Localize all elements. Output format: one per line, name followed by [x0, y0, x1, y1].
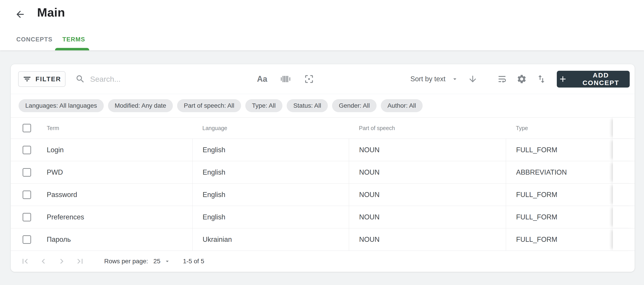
import-export-icon[interactable] — [536, 74, 546, 84]
filter-button-label: FILTER — [36, 76, 61, 83]
page-title: Main — [37, 5, 65, 19]
language-cell: English — [202, 146, 226, 154]
prev-page-icon[interactable] — [38, 256, 48, 266]
sticky-column-cell — [613, 228, 634, 250]
filter-chip-author[interactable]: Author: All — [381, 99, 423, 112]
row-checkbox[interactable] — [22, 190, 31, 199]
add-concept-button[interactable]: ADD CONCEPT — [557, 71, 630, 88]
app-header: Main CONCEPTS TERMS — [0, 0, 644, 50]
term-cell: PWD — [47, 168, 63, 176]
sort-caret-icon — [451, 76, 458, 83]
row-checkbox[interactable] — [22, 168, 31, 177]
table-row[interactable]: Пароль Ukrainian NOUN FULL_FORM — [11, 228, 634, 251]
table-row[interactable]: Login English NOUN FULL_FORM — [11, 139, 634, 161]
filter-button[interactable]: FILTER — [18, 71, 66, 87]
sort-select[interactable]: Sort by text — [410, 75, 458, 83]
barcode-icon[interactable] — [280, 74, 291, 84]
part-of-speech-cell: NOUN — [359, 213, 380, 221]
add-concept-label: ADD CONCEPT — [573, 71, 628, 87]
match-case-icon[interactable]: Aa — [257, 74, 267, 84]
back-button[interactable] — [14, 8, 26, 21]
term-cell: Пароль — [47, 235, 71, 243]
last-page-icon[interactable] — [75, 256, 85, 266]
filter-chip-status[interactable]: Status: All — [287, 99, 328, 112]
toolbar: FILTER Aa Sort — [11, 64, 634, 94]
sort-direction-icon[interactable] — [468, 74, 478, 84]
table-row[interactable]: PWD English NOUN ABBREVIATION — [11, 161, 634, 184]
plus-icon — [558, 74, 568, 84]
terms-card: FILTER Aa Sort — [11, 64, 634, 272]
row-checkbox[interactable] — [22, 235, 31, 244]
search-icon — [75, 74, 85, 84]
table-header-row: Term Language Part of speech Type — [11, 118, 634, 139]
active-tab-underline — [55, 48, 89, 50]
select-all-checkbox[interactable] — [22, 124, 31, 132]
column-header-term: Term — [47, 125, 59, 131]
search-field — [75, 74, 257, 84]
table-row[interactable]: Preferences English NOUN FULL_FORM — [11, 206, 634, 228]
language-cell: English — [202, 168, 226, 176]
term-cell: Preferences — [47, 213, 84, 221]
settings-gear-icon[interactable] — [516, 74, 527, 84]
column-header-part-of-speech: Part of speech — [359, 125, 395, 131]
part-of-speech-cell: NOUN — [359, 235, 380, 243]
row-checkbox[interactable] — [22, 146, 31, 154]
type-cell: FULL_FORM — [516, 213, 557, 221]
tab-terms[interactable]: TERMS — [62, 36, 85, 43]
rows-per-page-select[interactable]: 25 — [154, 258, 170, 265]
back-arrow-icon — [15, 9, 26, 20]
sticky-column-cell — [613, 161, 634, 183]
column-header-type: Type — [516, 125, 528, 131]
rows-per-page-value: 25 — [154, 258, 160, 265]
filter-chip-languages[interactable]: Languages: All languages — [18, 99, 104, 112]
filter-chip-modified[interactable]: Modified: Any date — [108, 99, 173, 112]
rows-per-page-caret-icon — [164, 258, 170, 265]
part-of-speech-cell: NOUN — [359, 168, 380, 176]
table-row[interactable]: Password English NOUN FULL_FORM — [11, 184, 634, 206]
next-page-icon[interactable] — [57, 256, 67, 266]
sticky-column-cell — [613, 206, 634, 228]
type-cell: FULL_FORM — [516, 235, 557, 243]
term-cell: Login — [47, 146, 64, 154]
term-cell: Password — [47, 191, 77, 199]
search-input[interactable] — [90, 75, 257, 84]
filter-chip-type[interactable]: Type: All — [245, 99, 282, 112]
tab-concepts[interactable]: CONCEPTS — [16, 36, 52, 43]
pagination-bar: Rows per page: 25 1-5 of 5 — [11, 251, 634, 272]
type-cell: ABBREVIATION — [516, 168, 567, 176]
filter-list-icon — [22, 75, 32, 84]
sticky-column-cell — [613, 184, 634, 206]
row-checkbox[interactable] — [22, 213, 31, 221]
column-header-language: Language — [202, 125, 227, 131]
part-of-speech-cell: NOUN — [359, 191, 380, 199]
type-cell: FULL_FORM — [516, 191, 557, 199]
terms-table: Term Language Part of speech Type Login … — [11, 118, 634, 251]
wrap-text-icon[interactable] — [497, 74, 507, 84]
language-cell: Ukrainian — [202, 235, 232, 243]
sticky-column-cell — [613, 139, 634, 161]
filter-chips-row: Languages: All languages Modified: Any d… — [11, 94, 634, 118]
first-page-icon[interactable] — [20, 256, 30, 266]
center-focus-icon[interactable] — [304, 74, 314, 84]
part-of-speech-cell: NOUN — [359, 146, 380, 154]
language-cell: English — [202, 213, 226, 221]
language-cell: English — [202, 191, 226, 199]
pagination-range: 1-5 of 5 — [183, 258, 204, 265]
filter-chip-gender[interactable]: Gender: All — [332, 99, 376, 112]
sticky-column-header — [613, 118, 634, 139]
type-cell: FULL_FORM — [516, 146, 557, 154]
filter-chip-part-of-speech[interactable]: Part of speech: All — [177, 99, 241, 112]
rows-per-page-label: Rows per page: — [104, 258, 148, 265]
sort-select-value: Sort by text — [410, 75, 446, 83]
